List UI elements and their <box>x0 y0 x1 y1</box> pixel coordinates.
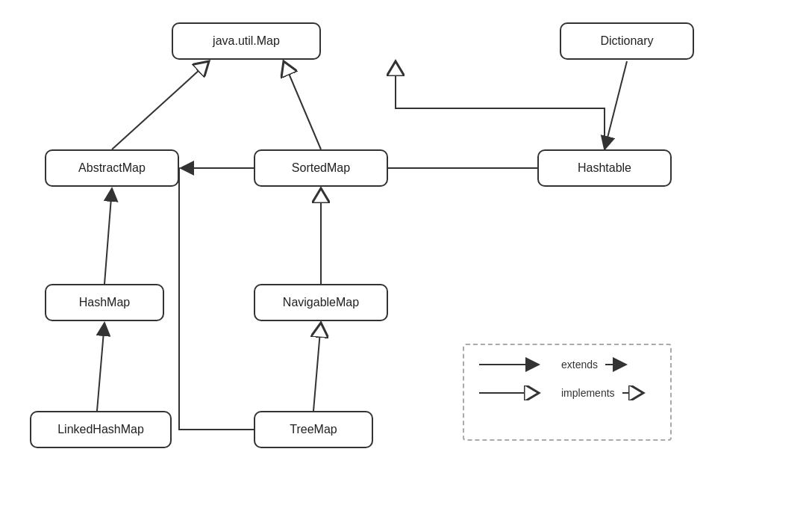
svg-line-6 <box>104 188 112 284</box>
abstract-map-node: AbstractMap <box>45 149 179 187</box>
dictionary-node: Dictionary <box>560 22 694 60</box>
navigable-map-node: NavigableMap <box>254 284 388 321</box>
tree-map-node: TreeMap <box>254 411 373 448</box>
java-util-map-node: java.util.Map <box>172 22 321 60</box>
svg-line-3 <box>284 61 321 149</box>
linked-hash-map-node: LinkedHashMap <box>30 411 172 448</box>
svg-line-8 <box>313 323 321 411</box>
diagram-container: java.util.Map Dictionary AbstractMap Sor… <box>0 0 812 505</box>
sorted-map-node: SortedMap <box>254 149 388 187</box>
hashtable-node: Hashtable <box>537 149 672 187</box>
svg-line-7 <box>97 323 104 411</box>
hash-map-node: HashMap <box>45 284 164 321</box>
svg-line-2 <box>112 61 209 149</box>
svg-line-5 <box>605 61 627 149</box>
